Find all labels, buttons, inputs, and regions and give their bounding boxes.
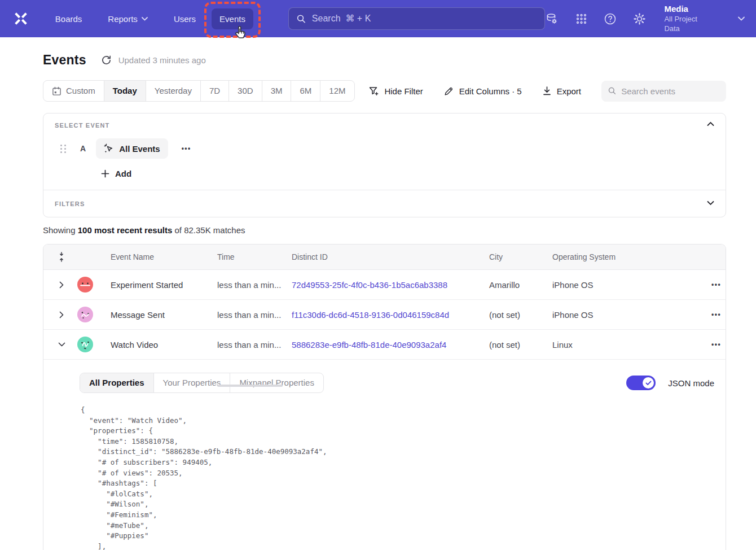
help-icon[interactable]	[604, 12, 617, 25]
calendar-icon	[52, 86, 61, 96]
row-collapse-chevron-down-icon[interactable]	[57, 340, 66, 349]
cell-os: iPhone OS	[552, 280, 673, 290]
checkmark-icon	[645, 381, 652, 386]
date-option-6m[interactable]: 6M	[291, 81, 320, 101]
table-row: Message Sent less than a min... f11c30d6…	[43, 300, 726, 330]
tab-all-properties[interactable]: All Properties	[80, 373, 153, 392]
page-title: Events	[43, 53, 86, 68]
search-icon	[608, 86, 616, 95]
properties-tabs: All Properties Your Properties Mixpanel …	[80, 373, 324, 393]
data-management-icon[interactable]	[545, 12, 559, 25]
horizontal-scrollbar-thumb[interactable]	[217, 385, 283, 387]
search-events-input[interactable]	[621, 86, 719, 96]
cell-distinct-id-link[interactable]: 5886283e-e9fb-48fb-81de-40e9093a2af4	[292, 340, 489, 350]
refresh-icon[interactable]	[101, 55, 112, 66]
tab-mixpanel-properties[interactable]: Mixpanel Properties	[230, 373, 323, 392]
last-updated-text: Updated 3 minutes ago	[118, 55, 206, 65]
column-header-event-name: Event Name	[111, 252, 217, 261]
json-mode-label: JSON mode	[668, 378, 714, 388]
event-json-view: { "event": "Watch Video", "properties": …	[81, 405, 714, 550]
date-option-12m[interactable]: 12M	[320, 81, 354, 101]
search-icon	[297, 14, 306, 24]
date-option-yesterday[interactable]: Yesterday	[146, 81, 200, 101]
cell-event-name: Watch Video	[111, 340, 217, 350]
plus-icon	[101, 169, 109, 178]
edit-columns-button[interactable]: Edit Columns · 5	[443, 86, 522, 97]
query-builder-card: SELECT EVENT A All Events	[43, 113, 726, 217]
cell-distinct-id-link[interactable]: 72d49553-25fc-4f0c-b436-1b5ac6ab3388	[292, 280, 489, 290]
date-option-30d[interactable]: 30D	[228, 81, 262, 101]
date-option-custom-label: Custom	[66, 81, 95, 101]
date-option-custom[interactable]: Custom	[43, 81, 104, 101]
page-header: Events Updated 3 minutes ago	[43, 50, 726, 70]
tab-your-properties[interactable]: Your Properties	[153, 373, 230, 392]
collapse-section-chevron-up-icon[interactable]	[707, 121, 714, 126]
controls-row: Custom Today Yesterday 7D 30D 3M 6M 12M …	[43, 80, 726, 102]
results-count: 100 most recent results	[78, 225, 173, 235]
mixpanel-logo[interactable]	[11, 9, 30, 28]
mixpanel-logo-icon	[12, 10, 29, 27]
add-event-button[interactable]: Add	[101, 169, 131, 178]
global-search-input[interactable]	[312, 14, 537, 24]
cell-event-name: Message Sent	[111, 310, 217, 320]
event-options-ellipsis-icon[interactable]: •••	[182, 145, 191, 152]
event-query-row: A All Events •••	[55, 138, 714, 159]
nav-item-events-label: Events	[219, 14, 245, 24]
column-header-operating-system: Operating System	[552, 252, 673, 261]
global-search[interactable]	[288, 7, 546, 30]
json-mode-control: JSON mode	[626, 376, 714, 390]
hand-cursor-icon	[234, 25, 248, 42]
event-avatar	[77, 307, 93, 322]
column-header-time: Time	[217, 252, 292, 261]
row-expand-chevron-right-icon[interactable]	[57, 310, 66, 319]
row-actions-ellipsis-icon[interactable]: •••	[673, 281, 721, 289]
filters-label: FILTERS	[55, 200, 85, 207]
nav-item-reports-label: Reports	[108, 14, 138, 24]
filters-section[interactable]: FILTERS	[43, 190, 726, 217]
export-button[interactable]: Export	[542, 86, 581, 96]
event-step-letter: A	[80, 144, 86, 153]
nav-item-reports[interactable]: Reports	[100, 8, 156, 29]
hide-filter-button[interactable]: Hide Filter	[368, 86, 423, 97]
expand-section-chevron-down-icon[interactable]	[707, 200, 714, 206]
add-event-label: Add	[115, 169, 131, 178]
cell-os: iPhone OS	[552, 310, 673, 320]
row-actions-ellipsis-icon[interactable]: •••	[673, 311, 721, 318]
nav-item-boards[interactable]: Boards	[47, 8, 90, 29]
project-scope: All Project Data	[664, 15, 714, 34]
date-range-control: Custom Today Yesterday 7D 30D 3M 6M 12M	[43, 80, 355, 102]
results-summary: Showing 100 most recent results of 82.35…	[43, 225, 726, 235]
project-selector[interactable]: Media All Project Data	[664, 3, 714, 33]
export-label: Export	[557, 86, 581, 96]
row-expand-chevron-right-icon[interactable]	[57, 280, 66, 289]
date-option-7d[interactable]: 7D	[200, 81, 228, 101]
expand-collapse-all-icon[interactable]	[57, 252, 66, 261]
column-header-distinct-id: Distinct ID	[292, 252, 489, 261]
event-detail-panel: All Properties Your Properties Mixpanel …	[43, 360, 726, 550]
download-icon	[542, 86, 552, 96]
event-selector-button[interactable]: All Events	[96, 138, 168, 159]
cell-distinct-id-link[interactable]: f11c30d6-dc6d-4518-9136-0d046159c84d	[292, 310, 489, 320]
date-option-3m[interactable]: 3M	[262, 81, 291, 101]
apps-grid-icon[interactable]	[574, 12, 588, 25]
date-option-today[interactable]: Today	[104, 81, 146, 101]
drag-handle-icon[interactable]	[60, 145, 67, 153]
edit-columns-label: Edit Columns · 5	[459, 86, 522, 96]
toggle-knob	[643, 377, 654, 389]
column-header-city: City	[489, 252, 552, 261]
settings-gear-icon[interactable]	[633, 12, 647, 25]
select-event-section: SELECT EVENT A All Events	[43, 114, 726, 190]
table-toolbar: Hide Filter Edit Columns · 5 Export	[368, 81, 726, 102]
events-table: Event Name Time Distinct ID City Operati…	[43, 244, 726, 550]
chevron-down-icon	[142, 17, 148, 21]
project-chevron-down-icon[interactable]	[738, 16, 745, 21]
nav-item-users[interactable]: Users	[166, 8, 204, 29]
row-actions-ellipsis-icon[interactable]: •••	[673, 341, 721, 348]
cell-time: less than a min...	[217, 280, 292, 290]
table-header-row: Event Name Time Distinct ID City Operati…	[43, 245, 726, 270]
table-row: Experiment Started less than a min... 72…	[43, 270, 726, 300]
nav-item-events[interactable]: Events	[212, 8, 253, 29]
search-events-field[interactable]	[601, 81, 726, 102]
top-navbar: Boards Reports Users Events	[0, 0, 756, 37]
json-mode-toggle[interactable]	[626, 376, 656, 390]
